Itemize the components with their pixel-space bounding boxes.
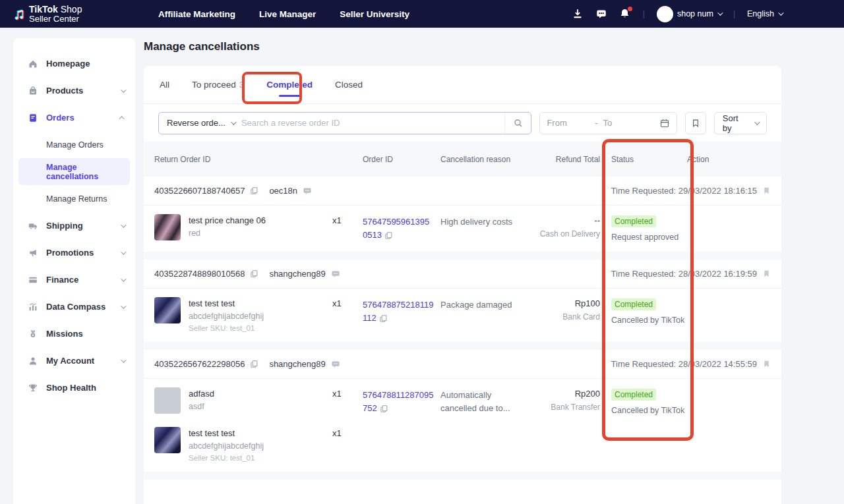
order-group: 4035226567622298056 shangcheng89 Time Re…	[144, 350, 781, 471]
product-thumbnail[interactable]	[154, 297, 181, 323]
bookmark-icon[interactable]	[762, 360, 771, 368]
date-to-field[interactable]: To	[603, 118, 655, 128]
chevron-down-icon	[121, 357, 126, 362]
content-card: All To proceed3 Completed Closed Reverse…	[144, 66, 781, 504]
quantity: x1	[332, 387, 363, 399]
chevron-down-icon	[231, 119, 236, 125]
sidebar-item-orders[interactable]: Orders	[13, 104, 135, 131]
orders-document-icon	[28, 113, 38, 123]
sidebar-item-shop-health[interactable]: Shop Health	[13, 374, 135, 401]
sidebar-item-shipping[interactable]: Shipping	[13, 212, 135, 239]
chevron-down-icon	[754, 119, 760, 125]
quantity: x1	[332, 427, 363, 438]
order-item-row: test test test abcdefghijabcdefghij Sell…	[144, 426, 781, 472]
tab-closed[interactable]: Closed	[335, 66, 363, 103]
sort-by-button[interactable]: Sort by	[714, 112, 767, 134]
order-id-link[interactable]: 57647595961395 0513	[363, 214, 440, 242]
quantity: x1	[332, 214, 363, 225]
copy-icon[interactable]	[384, 231, 393, 240]
buyer-username: oec18n	[269, 186, 297, 196]
tiktok-shop-logo[interactable]: ♫ TikTok Shop Seller Center	[13, 5, 82, 23]
sidebar-item-manage-cancellations[interactable]: Manage cancellations	[18, 158, 130, 185]
medal-icon	[28, 329, 38, 339]
return-order-id: 4035228748898010568	[154, 269, 245, 279]
copy-icon[interactable]	[379, 314, 388, 323]
tab-all[interactable]: All	[160, 66, 169, 103]
topnav: Affiliate Marketing Live Manager Seller …	[158, 9, 409, 19]
sidebar-item-missions[interactable]: Missions	[13, 320, 135, 347]
sidebar-item-homepage[interactable]: Homepage	[13, 50, 135, 77]
notification-bell-icon[interactable]	[619, 8, 631, 20]
payment-method: Bank Card	[514, 312, 600, 322]
date-range-picker[interactable]: From - To	[539, 112, 677, 134]
tab-to-proceed[interactable]: To proceed3	[192, 66, 244, 103]
download-icon[interactable]	[572, 8, 584, 20]
chevron-down-icon	[778, 10, 783, 15]
status-badge: Completed	[611, 389, 656, 401]
col-action: Action	[687, 155, 771, 164]
order-group: 4035228748898010568 shangcheng89 Time Re…	[144, 260, 781, 342]
notification-badge	[628, 7, 632, 11]
product-name: test price change 06	[189, 214, 266, 225]
next-group-partial	[144, 480, 781, 499]
sidebar: Homepage Products Orders Manage Orders M…	[13, 38, 135, 504]
chevron-down-icon	[121, 222, 126, 227]
chevron-down-icon	[121, 249, 126, 254]
product-thumbnail[interactable]	[154, 387, 181, 414]
order-id-link[interactable]: 576478875218119 112	[363, 297, 440, 325]
search-type-dropdown[interactable]: Reverse orde...	[159, 118, 241, 128]
cancellation-reason: Automatically cancelled due to...	[440, 387, 514, 415]
sidebar-item-manage-orders[interactable]: Manage Orders	[13, 131, 135, 158]
search-input[interactable]	[241, 118, 505, 128]
message-buyer-icon[interactable]	[303, 186, 312, 196]
product-name: test test test	[189, 427, 264, 438]
copy-icon[interactable]	[380, 405, 388, 413]
status-cell: Completed Cancelled by TikTok	[600, 387, 687, 415]
topbar-divider: |	[733, 9, 735, 18]
date-from-field[interactable]: From	[547, 118, 589, 128]
sidebar-item-products[interactable]: Products	[13, 77, 135, 104]
sidebar-item-my-account[interactable]: My Account	[13, 347, 135, 374]
search-button[interactable]	[504, 113, 531, 134]
sidebar-item-data-compass[interactable]: Data Compass	[13, 293, 135, 320]
product-thumbnail[interactable]	[154, 427, 181, 453]
bookmark-icon[interactable]	[762, 269, 771, 278]
saved-filters-button[interactable]	[685, 112, 706, 134]
product-name: test test test	[189, 297, 264, 308]
refund-total: Rp100 Bank Card	[514, 297, 600, 322]
truck-icon	[28, 221, 38, 231]
payment-method: Bank Transfer	[514, 403, 600, 412]
shop-account-menu[interactable]: shop num	[657, 6, 721, 22]
nav-affiliate-marketing[interactable]: Affiliate Marketing	[158, 9, 235, 19]
message-buyer-icon[interactable]	[331, 269, 340, 279]
chat-icon[interactable]	[595, 8, 607, 20]
status-note: Cancelled by TikTok	[611, 316, 687, 325]
active-tab-indicator	[279, 95, 300, 97]
time-requested: Time Requested: 28/03/2022 16:19:59	[611, 269, 757, 279]
sidebar-item-promotions[interactable]: Promotions	[13, 239, 135, 266]
copy-icon[interactable]	[250, 360, 258, 368]
product-thumbnail[interactable]	[154, 214, 181, 240]
copy-icon[interactable]	[250, 186, 258, 195]
search-group: Reverse orde...	[158, 112, 531, 134]
chevron-down-icon	[121, 276, 126, 281]
buyer-username: shangcheng89	[269, 359, 325, 369]
nav-live-manager[interactable]: Live Manager	[259, 9, 316, 19]
tab-completed[interactable]: Completed	[266, 66, 313, 103]
status-badge: Completed	[611, 215, 656, 227]
language-selector[interactable]: English	[747, 9, 782, 18]
col-order-id: Order ID	[363, 155, 440, 164]
copy-icon[interactable]	[250, 269, 258, 278]
nav-seller-university[interactable]: Seller University	[340, 9, 409, 19]
cancellations-table: Return Order ID Order ID Cancellation re…	[144, 142, 781, 499]
order-id-link[interactable]: 576478811287095 752	[363, 387, 440, 415]
order-item-row: adfasd asdf x1 576478811287095 752 Autom…	[144, 379, 781, 425]
logo-tiktok: TikTok	[29, 4, 58, 14]
message-buyer-icon[interactable]	[331, 360, 340, 369]
logo-shop: Shop	[58, 4, 82, 14]
sidebar-item-finance[interactable]: Finance	[13, 266, 135, 293]
chevron-down-icon	[717, 10, 723, 15]
bookmark-icon[interactable]	[762, 186, 771, 195]
status-cell: Completed Request approved	[600, 214, 687, 242]
sidebar-item-manage-returns[interactable]: Manage Returns	[13, 185, 135, 212]
